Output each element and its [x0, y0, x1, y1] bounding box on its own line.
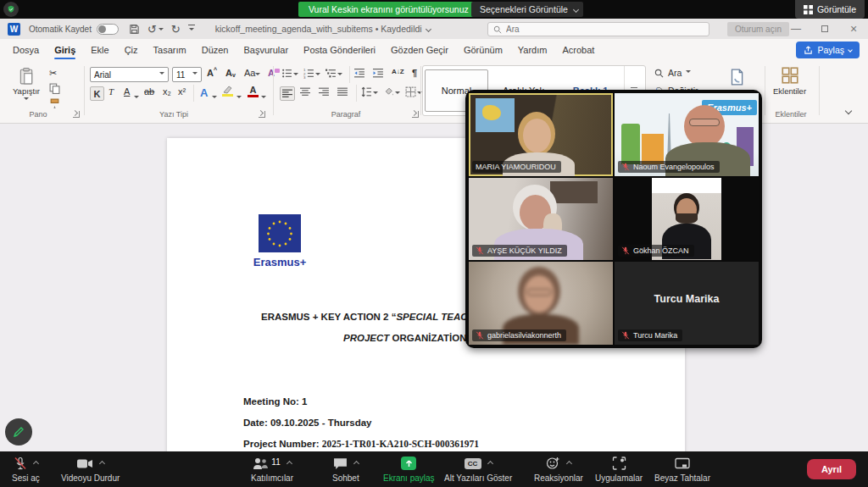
create-pdf-button[interactable] — [727, 68, 746, 86]
tab-tasarim[interactable]: Tasarım — [146, 39, 194, 61]
participant-name-label: MARIA YIAMOURIDOU — [472, 161, 561, 173]
tab-ciz[interactable]: Çiz — [117, 39, 146, 61]
chat-button[interactable]: Sohbet — [332, 456, 359, 483]
multilevel-list-button[interactable] — [326, 68, 342, 79]
reactions-options-chevron[interactable] — [566, 460, 572, 466]
highlight-button[interactable] — [222, 86, 233, 97]
bold-button[interactable]: K — [90, 86, 104, 101]
annotate-button[interactable] — [5, 418, 32, 445]
share-screen-button[interactable]: Ekranı paylaş — [383, 456, 435, 483]
autosave-toggle[interactable] — [97, 24, 119, 35]
numbering-button[interactable]: 123 — [303, 68, 320, 79]
project-number-label: Project Number: — [243, 439, 322, 449]
strikethrough-button[interactable]: ab — [144, 86, 154, 97]
paragraph-dialog-launcher[interactable] — [412, 111, 419, 118]
tab-gorunum[interactable]: Görünüm — [456, 39, 510, 61]
paste-button[interactable]: Yapıştır — [10, 66, 42, 103]
sort-button[interactable]: A↓Z — [392, 68, 404, 75]
search-bar[interactable] — [487, 22, 709, 36]
participant-tile-turcu[interactable]: Turcu Marika Turcu Marika — [615, 262, 759, 345]
close-button[interactable]: × — [839, 19, 868, 39]
unmute-button[interactable]: Sesi aç — [12, 456, 40, 483]
change-case-button[interactable]: Aa — [244, 68, 260, 78]
quick-access-more-button[interactable] — [188, 25, 195, 33]
line-spacing-button[interactable] — [361, 86, 378, 97]
save-icon[interactable] — [129, 24, 140, 35]
captions-button[interactable]: CC Alt Yazıları Göster — [444, 456, 512, 483]
muted-mic-icon — [621, 163, 630, 171]
clipboard-dialog-launcher[interactable] — [73, 111, 80, 118]
participants-button[interactable]: 11 Katılımcılar — [251, 456, 293, 483]
autosave-label: Otomatik Kaydet — [29, 25, 92, 34]
view-layout-button[interactable]: Görüntüle — [795, 0, 865, 19]
chevron-down-icon — [573, 7, 579, 13]
apps-button[interactable]: Uygulamalar — [595, 456, 643, 483]
tab-ekle[interactable]: Ekle — [83, 39, 116, 61]
addins-button[interactable]: Eklentiler — [773, 67, 806, 96]
view-options-button[interactable]: Seçenekleri Görüntüle — [471, 2, 583, 17]
sign-in-button[interactable]: Oturum açın — [727, 22, 789, 36]
collapse-ribbon-button[interactable] — [846, 108, 851, 113]
shrink-font-button[interactable]: Av — [225, 68, 236, 78]
grow-font-button[interactable]: A^ — [207, 68, 217, 78]
font-color-button[interactable]: A — [248, 86, 259, 97]
copy-button[interactable] — [49, 83, 60, 94]
justify-button[interactable] — [337, 86, 348, 97]
font-size-combo[interactable]: 11 — [172, 67, 202, 82]
show-paragraph-marks-button[interactable]: ¶ — [412, 68, 417, 78]
shading-button[interactable] — [383, 86, 400, 97]
heading-normal-part: ERASMUS + KEY ACTION 2 “ — [261, 312, 396, 322]
participant-tile-naoum[interactable]: Erasmus+ Naoum Evangelopoulos — [615, 93, 759, 176]
document-title[interactable]: kickoff_meeting_agenda_with_subitems • K… — [215, 24, 431, 34]
borders-button[interactable] — [405, 86, 422, 97]
stop-video-label: Videoyu Durdur — [61, 473, 120, 483]
captions-options-chevron[interactable] — [487, 460, 493, 466]
redo-button[interactable]: ↻ — [171, 23, 181, 36]
align-right-button[interactable] — [319, 86, 330, 97]
line2-normal-part: ORGANİZATİON — [389, 333, 466, 343]
participant-tile-gabriela[interactable]: gabrielasilviakonnerth — [469, 262, 613, 345]
italic-button[interactable]: T — [108, 86, 114, 97]
tab-posta-gonderileri[interactable]: Posta Gönderileri — [296, 39, 383, 61]
superscript-button[interactable]: x² — [178, 86, 186, 97]
reactions-button[interactable]: Reaksiyonlar — [534, 456, 583, 483]
participant-tile-gokhan[interactable]: Gökhan ÖZCAN — [615, 178, 759, 261]
search-input[interactable] — [506, 25, 676, 34]
mic-options-chevron[interactable] — [33, 460, 39, 466]
tab-duzen[interactable]: Düzen — [194, 39, 236, 61]
participant-tile-maria[interactable]: MARIA YIAMOURIDOU — [469, 93, 613, 176]
font-name-combo[interactable]: Arial — [90, 67, 169, 82]
format-painter-button[interactable] — [49, 98, 60, 109]
align-center-button[interactable] — [300, 86, 311, 97]
align-left-button[interactable] — [280, 86, 295, 101]
participants-options-chevron[interactable] — [287, 460, 292, 466]
bullets-button[interactable] — [281, 68, 298, 79]
whiteboards-button[interactable]: Beyaz Tahtalar — [654, 456, 710, 483]
video-options-chevron[interactable] — [99, 460, 105, 466]
meeting-info-shield-button[interactable] — [3, 2, 19, 17]
tab-dosya[interactable]: Dosya — [5, 39, 47, 61]
stop-video-button[interactable]: Videoyu Durdur — [61, 456, 120, 483]
tab-gozden-gecir[interactable]: Gözden Geçir — [383, 39, 456, 61]
restore-button[interactable] — [810, 19, 839, 39]
underline-button[interactable]: A — [124, 86, 130, 97]
acrobat-pdf-icon — [727, 68, 746, 86]
undo-button[interactable]: ↺ — [147, 23, 164, 36]
participant-tile-ayse[interactable]: AYŞE KÜÇÜK YILDIZ — [469, 178, 613, 261]
tab-basvurular[interactable]: Başvurular — [236, 39, 296, 61]
share-document-button[interactable]: Paylaş — [796, 42, 860, 58]
tab-acrobat[interactable]: Acrobat — [554, 39, 602, 61]
text-effects-button[interactable]: A — [200, 86, 208, 99]
minimize-button[interactable]: — — [782, 19, 810, 39]
font-dialog-launcher[interactable] — [259, 111, 265, 118]
find-button[interactable]: Ara — [654, 68, 691, 78]
format-painter-icon — [49, 98, 60, 109]
tab-giris[interactable]: Giriş — [47, 39, 83, 61]
leave-button[interactable]: Ayrıl — [807, 459, 856, 479]
increase-indent-button[interactable] — [373, 68, 384, 79]
chat-options-chevron[interactable] — [353, 460, 359, 466]
cut-button[interactable]: ✂ — [49, 68, 57, 79]
decrease-indent-button[interactable] — [354, 68, 365, 79]
subscript-button[interactable]: x₂ — [163, 86, 171, 97]
tab-yardim[interactable]: Yardım — [510, 39, 555, 61]
